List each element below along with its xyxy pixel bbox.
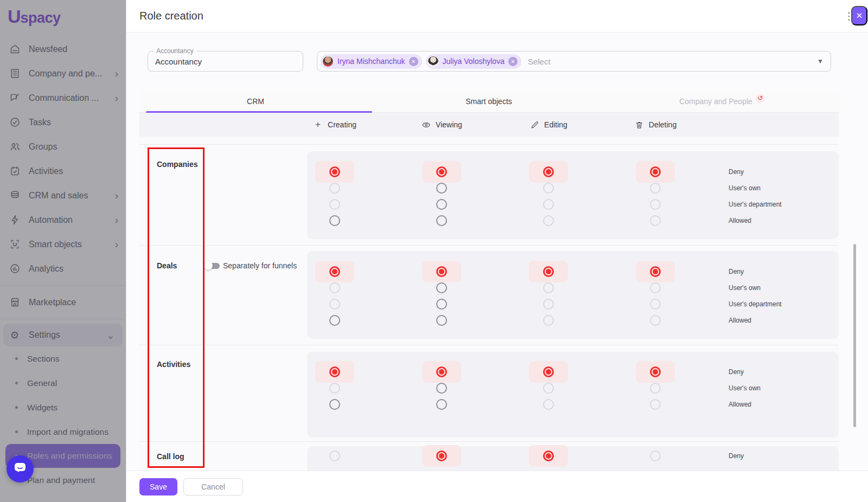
save-button[interactable]: Save [139,478,177,495]
option-label-user-s-own: User's own [729,184,761,192]
permission-group-deals: DealsSeparately for funnelsDenyUser's ow… [139,245,839,345]
member-chip-label: Iryna Mishchanchuk [337,57,405,66]
radio-editing-allowed[interactable] [543,215,554,226]
radio-deleting-deny[interactable] [650,366,661,377]
radio-viewing-allowed[interactable] [436,215,447,226]
column-header-editing: Editing [529,113,567,137]
vertical-scrollbar-thumb[interactable] [853,244,856,427]
radio-editing-user-s-department[interactable] [543,199,554,210]
permission-panel: DenyUser's ownUser's departmentAllowed [307,251,839,339]
option-label-deny: Deny [729,268,744,275]
radio-deleting-allowed[interactable] [650,215,661,226]
radio-creating-user-s-own[interactable] [329,383,340,394]
sidebar-dim-overlay [0,0,126,502]
role-name-field: Accountancy [148,51,303,72]
radio-creating-user-s-department[interactable] [329,299,340,310]
radio-editing-user-s-department[interactable] [543,299,554,310]
radio-creating-allowed[interactable] [329,399,340,410]
radio-deleting-deny[interactable] [650,166,661,177]
permission-column-header: +CreatingViewingEditingDeleting [139,113,839,137]
radio-deleting-deny[interactable] [650,266,661,277]
close-icon: ✕ [856,11,863,21]
radio-viewing-deny[interactable] [436,366,447,377]
option-label-user-s-department: User's department [729,201,782,208]
permission-group-activities: ActivitiesDenyUser's ownAllowed [139,345,839,441]
radio-creating-allowed[interactable] [329,315,340,326]
radio-viewing-user-s-own[interactable] [436,183,447,194]
tab-company-and-people[interactable]: Company and People↺ [605,90,839,112]
funnels-toggle[interactable] [204,261,220,270]
tab-smart-objects[interactable]: Smart objects [372,90,605,112]
tab-bar: CRMSmart objectsCompany and People↺ [139,90,839,113]
radio-editing-user-s-own[interactable] [543,282,554,293]
option-label-allowed: Allowed [729,401,751,408]
permission-panel: DenyUser's ownUser's departmentAllowed [307,151,839,239]
radio-deleting-user-s-department[interactable] [650,299,661,310]
remove-member-icon[interactable]: ✕ [508,57,518,66]
radio-viewing-deny[interactable] [436,266,447,277]
radio-viewing-allowed[interactable] [436,315,447,326]
radio-creating-deny[interactable] [329,366,340,377]
radio-editing-deny[interactable] [543,450,554,461]
members-select[interactable]: Iryna Mishchanchuk✕Juliya Voloshylova✕ S… [317,51,831,72]
radio-editing-deny[interactable] [543,366,554,377]
radio-editing-user-s-own[interactable] [543,183,554,194]
option-label-user-s-department: User's department [729,300,782,308]
option-label-user-s-own: User's own [729,284,761,292]
radio-creating-user-s-department[interactable] [329,199,340,210]
permission-group-companies: CompaniesDenyUser's ownUser's department… [139,144,839,245]
member-chip-juliya-voloshylova[interactable]: Juliya Voloshylova✕ [426,54,521,69]
column-header-label: Editing [544,120,567,129]
radio-creating-deny[interactable] [329,450,340,461]
radio-editing-allowed[interactable] [543,399,554,410]
radio-deleting-user-s-own[interactable] [650,183,661,194]
radio-creating-user-s-own[interactable] [329,282,340,293]
radio-viewing-user-s-department[interactable] [436,199,447,210]
radio-creating-allowed[interactable] [329,215,340,226]
radio-deleting-user-s-own[interactable] [650,383,661,394]
member-chip-iryna-mishchanchuk[interactable]: Iryna Mishchanchuk✕ [321,54,422,69]
radio-editing-allowed[interactable] [543,315,554,326]
toggle-knob [204,261,213,270]
radio-editing-user-s-own[interactable] [543,383,554,394]
chat-launcher-button[interactable] [7,455,34,482]
radio-deleting-user-s-own[interactable] [650,282,661,293]
chat-bubble-icon [13,461,27,477]
radio-viewing-allowed[interactable] [436,399,447,410]
radio-deleting-allowed[interactable] [650,315,661,326]
history-badge-icon: ↺ [756,94,765,103]
permission-row-label: Call log [157,452,184,461]
funnels-toggle-label: Separately for funnels [223,261,297,270]
radio-viewing-user-s-department[interactable] [436,299,447,310]
footer-bar: Save Cancel [126,471,868,502]
sidebar: Uspacy NewsfeedCompany and pe...›Communi… [0,0,126,502]
remove-member-icon[interactable]: ✕ [409,57,418,66]
sidebar-close-button[interactable]: ✕ [851,6,867,25]
permission-matrix: CompaniesDenyUser's ownUser's department… [139,137,839,471]
radio-viewing-user-s-own[interactable] [436,383,447,394]
radio-viewing-user-s-own[interactable] [436,282,447,293]
option-label-allowed: Allowed [729,317,751,324]
cancel-button[interactable]: Cancel [183,478,243,495]
radio-deleting-allowed[interactable] [650,399,661,410]
column-header-label: Viewing [436,120,462,129]
radio-creating-deny[interactable] [329,266,340,277]
tab-crm[interactable]: CRM [139,90,372,112]
chevron-down-icon: ▼ [817,57,824,65]
radio-editing-deny[interactable] [543,266,554,277]
option-label-allowed: Allowed [729,217,751,224]
member-chips: Iryna Mishchanchuk✕Juliya Voloshylova✕ [321,54,521,69]
radio-viewing-deny[interactable] [436,166,447,177]
radio-deleting-deny[interactable] [650,450,661,461]
select-placeholder: Select [528,57,551,66]
radio-viewing-deny[interactable] [436,450,447,461]
avatar [427,56,439,67]
trash-icon [634,120,644,130]
radio-deleting-user-s-department[interactable] [650,199,661,210]
permission-panel: Deny [307,446,839,471]
radio-editing-deny[interactable] [543,166,554,177]
radio-creating-user-s-own[interactable] [329,183,340,194]
avatar [322,56,334,67]
column-header-viewing: Viewing [421,113,462,137]
radio-creating-deny[interactable] [329,166,340,177]
